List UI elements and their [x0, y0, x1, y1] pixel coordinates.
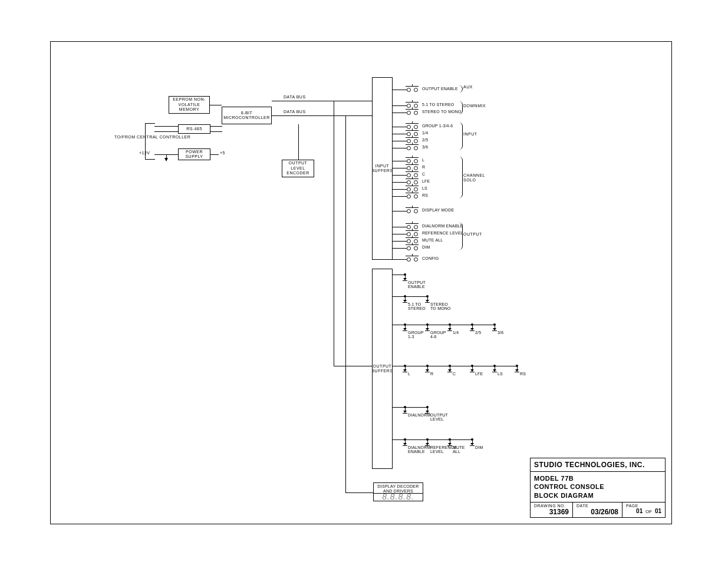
switch-downmix-1-label: STEREO TO MONO: [422, 110, 462, 114]
title-text: MODEL 77B CONTROL CONSOLE BLOCK DIAGRAM: [534, 474, 604, 500]
field-date-val: 03/26/08: [577, 508, 618, 516]
led-row3-0: GROUP1-3: [402, 325, 408, 333]
seven-segment-display: 8.8.8.8.: [374, 492, 423, 501]
led-row5-1-label: OUTPUTLEVEL: [430, 413, 454, 422]
switch-display-0-label: DISPLAY MODE: [422, 208, 454, 213]
switch-input-0[interactable]: GROUP 1-3/4-6: [407, 121, 420, 128]
page-of: OF: [644, 509, 653, 514]
led-row6-3-label: DIM: [475, 445, 499, 449]
led-row1-0: OUTPUTENABLE: [402, 275, 408, 283]
switch-solo-4-label: LS: [422, 186, 427, 191]
switch-group-downmix: DOWNMIX: [463, 104, 486, 108]
led-row6-3: DIM: [469, 439, 475, 448]
switch-aux-0-label: OUTPUT ENABLE: [422, 87, 458, 91]
output-buffers-label: OUTPUT BUFFERS: [371, 364, 393, 373]
title-company: STUDIO TECHNOLOGIES, INC.: [534, 461, 645, 469]
led-row3-1: GROUP4-6: [424, 325, 430, 333]
block-display-decoder: DISPLAY DECODER AND DRIVERS 8.8.8.8.: [373, 482, 423, 501]
led-row5-1: OUTPUTLEVEL: [424, 407, 430, 415]
switch-solo-5[interactable]: RS: [407, 191, 420, 198]
led-row6-2: MUTEALL: [447, 439, 453, 448]
led-row3-4: 3/6: [492, 325, 498, 333]
block-output-buffers: OUTPUT BUFFERS: [372, 269, 393, 469]
switch-solo-0[interactable]: L: [407, 156, 420, 163]
led-row6-0: DIALNORMENABLE: [402, 439, 408, 448]
ground-icon: [164, 158, 168, 161]
switch-solo-2[interactable]: C: [407, 170, 420, 177]
switch-output-0[interactable]: DIALNORM ENABLE: [407, 222, 420, 229]
block-psu: POWER SUPPLY: [178, 148, 210, 160]
page: EEPROM NON-VOLATILE MEMORY 8-BIT MICROCO…: [0, 0, 728, 562]
switch-output-2[interactable]: MUTE ALL: [407, 236, 420, 243]
led-row4-2: C: [447, 366, 453, 374]
switch-group-aux: AUX: [463, 85, 473, 90]
wire-label-data-bus-1: DATA BUS: [284, 95, 306, 100]
led-row3-4-label: 3/6: [498, 330, 521, 335]
led-row2-0: 5.1 TOSTEREO: [402, 296, 408, 305]
switch-config-0[interactable]: CONFIG: [407, 254, 420, 261]
switch-aux-0[interactable]: OUTPUT ENABLE: [407, 84, 420, 91]
switch-input-0-label: GROUP 1-3/4-6: [422, 124, 453, 128]
switch-output-3[interactable]: DIM: [407, 243, 420, 250]
switch-downmix-0-label: 5.1 TO STEREO: [422, 103, 454, 107]
switch-solo-3[interactable]: LFE: [407, 177, 420, 184]
led-row2-1-label: STEREOTO MONO: [430, 302, 454, 311]
led-row4-3: LFE: [469, 366, 475, 374]
led-row4-5: RS: [514, 366, 520, 374]
switch-display-0[interactable]: DISPLAY MODE: [407, 206, 420, 213]
switch-group-input: INPUT: [463, 132, 477, 137]
switch-input-2-label: 2/5: [422, 138, 428, 143]
switch-solo-5-label: RS: [422, 193, 428, 198]
led-row4-5-label: RS: [520, 372, 543, 376]
switch-input-1[interactable]: 1/4: [407, 128, 420, 135]
switch-solo-4[interactable]: LS: [407, 184, 420, 191]
switch-group-solo: CHANNEL SOLO: [463, 173, 485, 182]
led-row2-1: STEREOTO MONO: [424, 296, 430, 305]
led-row4-4: LS: [492, 366, 498, 374]
block-mcu: 8-BIT MICROCONTROLLER: [222, 107, 272, 124]
label-plus12v: +12V: [139, 151, 150, 156]
switch-solo-3-label: LFE: [422, 179, 430, 184]
field-drawing-no-key: DRAWING NO.: [534, 503, 569, 508]
switch-solo-0-label: L: [422, 158, 424, 163]
title-block: STUDIO TECHNOLOGIES, INC. MODEL 77B CONT…: [530, 458, 666, 518]
label-plus5v: +5: [220, 151, 225, 156]
led-row5-0: DIALNORM: [402, 407, 408, 415]
block-rs485: RS-485: [178, 124, 210, 134]
switch-downmix-0[interactable]: 5.1 TO STEREO: [407, 100, 420, 107]
switch-config-0-label: CONFIG: [422, 256, 439, 261]
led-row3-3: 2/5: [469, 325, 475, 333]
led-row3-2: 1/4: [447, 325, 453, 333]
wire-label-data-bus-2: DATA BUS: [284, 110, 306, 114]
page-total: 01: [655, 508, 661, 514]
switch-group-output: OUTPUT: [463, 232, 482, 237]
block-output-level-encoder: OUTPUT LEVEL ENCODER: [282, 160, 314, 177]
field-date-key: DATE: [577, 503, 618, 508]
page-current: 01: [636, 508, 643, 514]
switch-solo-1[interactable]: R: [407, 163, 420, 170]
block-eeprom: EEPROM NON-VOLATILE MEMORY: [169, 96, 210, 114]
led-row4-1: R: [424, 366, 430, 374]
switch-input-2[interactable]: 2/5: [407, 135, 420, 143]
field-page-key: PAGE: [626, 503, 661, 508]
switch-input-3[interactable]: 3/6: [407, 143, 420, 150]
switch-input-3-label: 3/6: [422, 145, 428, 150]
drawing-frame: EEPROM NON-VOLATILE MEMORY 8-BIT MICROCO…: [50, 41, 672, 524]
led-row4-0: L: [402, 366, 408, 374]
field-drawing-no-val: 31369: [534, 508, 569, 516]
switch-output-1[interactable]: REFERENCE LEVEL: [407, 229, 420, 236]
switch-input-1-label: 1/4: [422, 131, 428, 135]
block-input-buffers: INPUT BUFFERS: [372, 77, 393, 260]
switch-output-2-label: MUTE ALL: [422, 238, 443, 243]
led-row1-0-label: OUTPUTENABLE: [408, 280, 431, 289]
led-row6-1: REFERENCELEVEL: [424, 439, 430, 448]
switch-downmix-1[interactable]: STEREO TO MONO: [407, 107, 420, 114]
switch-solo-2-label: C: [422, 172, 425, 177]
input-buffers-label: INPUT BUFFERS: [371, 164, 393, 173]
switch-solo-1-label: R: [422, 165, 425, 170]
switch-output-3-label: DIM: [422, 245, 430, 250]
